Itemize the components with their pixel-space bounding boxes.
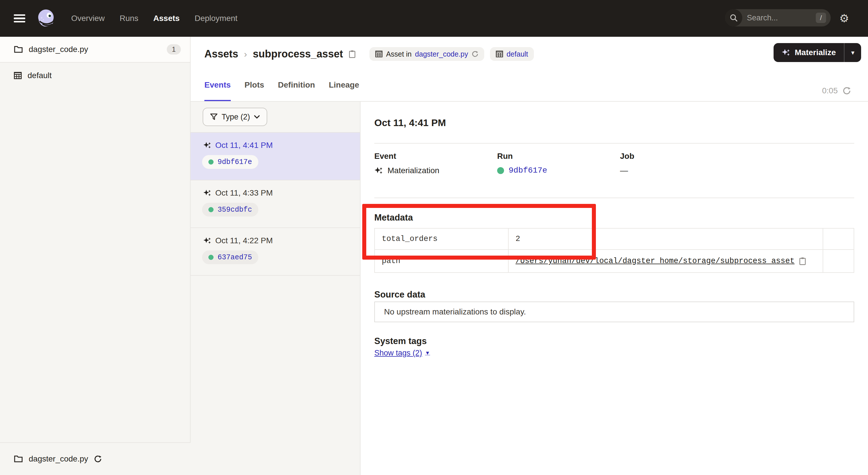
divider [374, 198, 854, 198]
show-tags-toggle[interactable]: Show tags (2) ▼ [374, 349, 430, 358]
metadata-expand-cell [823, 228, 854, 249]
type-filter-label: Type (2) [222, 113, 250, 121]
run-id-pill[interactable]: 9dbf617e [202, 155, 258, 169]
run-id: 359cdbfc [218, 206, 252, 214]
metadata-row-path: path /Users/yuhan/dev/local/dagster_home… [375, 249, 854, 272]
sidebar-item-code-location[interactable]: dagster_code.py 1 [0, 37, 190, 63]
grid-icon [496, 50, 503, 58]
group-link[interactable]: default [507, 50, 528, 58]
asset-count-badge: 1 [167, 44, 181, 55]
run-value: 9dbf617e [497, 166, 547, 175]
footer-code-location-label: dagster_code.py [29, 454, 88, 464]
search-placeholder: Search... [747, 13, 816, 22]
metadata-row-total-orders: total_orders 2 [375, 228, 854, 249]
materialization-sparkle-icon [203, 189, 211, 197]
source-data-empty-box: No upstream materializations to display. [374, 301, 854, 322]
filter-funnel-icon [210, 113, 218, 120]
type-filter-button[interactable]: Type (2) [203, 108, 267, 126]
code-location-label: dagster_code.py [29, 45, 161, 54]
run-id: 637aed75 [218, 253, 252, 262]
event-type-value: Materialization [374, 166, 439, 175]
folder-icon [14, 46, 23, 53]
materialization-sparkle-icon [782, 48, 790, 57]
metadata-heading: Metadata [374, 212, 413, 223]
asset-location-tag[interactable]: Asset in dagster_code.py [369, 47, 484, 61]
events-list-panel: Type (2) Oct 11, 4:41 PM 9dbf617e Oct 11… [191, 102, 361, 475]
asset-group-tag[interactable]: default [490, 47, 534, 61]
tab-definition[interactable]: Definition [278, 81, 315, 102]
job-value: — [620, 166, 628, 175]
dagster-app-window: Overview Runs Assets Deployment Search..… [0, 0, 868, 475]
metadata-value: /Users/yuhan/dev/local/dagster_home/stor… [508, 249, 823, 272]
event-column-label: Event [374, 152, 396, 161]
tab-events[interactable]: Events [205, 81, 231, 102]
dagster-logo-icon[interactable] [36, 8, 56, 29]
run-id: 9dbf617e [218, 158, 252, 166]
search-input[interactable]: Search... / [725, 9, 831, 26]
timer-value: 0:05 [822, 86, 838, 95]
run-success-dot [208, 207, 214, 212]
metadata-key: total_orders [375, 228, 508, 249]
grid-icon [375, 50, 383, 58]
caret-down-icon: ▼ [425, 350, 430, 356]
nav-links: Overview Runs Assets Deployment [71, 0, 237, 37]
materialize-label: Materialize [795, 48, 836, 57]
event-time: Oct 11, 4:33 PM [215, 188, 273, 198]
materialization-sparkle-icon [203, 237, 211, 245]
materialization-sparkle-icon [374, 166, 383, 175]
run-success-dot [208, 255, 214, 260]
event-time: Oct 11, 4:41 PM [215, 141, 273, 150]
tab-lineage[interactable]: Lineage [329, 81, 359, 102]
event-detail-panel: Oct 11, 4:41 PM Event Run Job Materializ… [361, 102, 868, 475]
metadata-value: 2 [508, 228, 823, 249]
divider [374, 143, 854, 144]
reload-icon[interactable] [94, 455, 102, 463]
nav-item-overview[interactable]: Overview [71, 14, 105, 23]
breadcrumb: Assets › subprocess_asset Asset in dagst… [205, 47, 534, 61]
run-id-pill[interactable]: 359cdbfc [202, 203, 258, 216]
tab-plots[interactable]: Plots [245, 81, 264, 102]
hamburger-menu-icon[interactable] [14, 14, 25, 22]
gear-icon[interactable]: ⚙ [839, 12, 849, 25]
reload-icon[interactable] [472, 51, 478, 57]
chevron-down-icon [254, 115, 260, 119]
metadata-key: path [375, 249, 508, 272]
sidebar-footer-code-location[interactable]: dagster_code.py [0, 442, 191, 475]
copy-path-icon[interactable] [799, 257, 806, 265]
nav-item-deployment[interactable]: Deployment [195, 14, 237, 23]
folder-icon [14, 455, 23, 463]
run-id-pill[interactable]: 637aed75 [202, 250, 258, 264]
copy-asset-name-icon[interactable] [349, 50, 355, 58]
refresh-icon[interactable] [842, 86, 851, 95]
run-id-link[interactable]: 9dbf617e [508, 166, 547, 175]
asset-groups-sidebar: dagster_code.py 1 default dagster_code.p… [0, 37, 191, 475]
asset-page-header: Assets › subprocess_asset Asset in dagst… [191, 37, 868, 102]
events-filter-row: Type (2) [191, 102, 360, 133]
event-detail-title: Oct 11, 4:41 PM [374, 117, 446, 128]
event-list-item[interactable]: Oct 11, 4:22 PM 637aed75 [191, 228, 360, 276]
system-tags-heading: System tags [374, 336, 427, 346]
breadcrumb-assets-link[interactable]: Assets [205, 48, 238, 60]
breadcrumb-separator: › [244, 49, 247, 59]
materialize-button[interactable]: Materialize [774, 48, 844, 57]
nav-item-assets[interactable]: Assets [153, 14, 180, 23]
top-navbar: Overview Runs Assets Deployment Search..… [0, 0, 868, 37]
nav-item-runs[interactable]: Runs [120, 14, 138, 23]
auto-refresh-timer: 0:05 [822, 86, 851, 95]
code-location-link[interactable]: dagster_code.py [415, 50, 468, 58]
sidebar-item-default-group[interactable]: default [0, 63, 190, 88]
event-list-item[interactable]: Oct 11, 4:41 PM 9dbf617e [191, 133, 360, 180]
search-shortcut-badge: / [816, 12, 826, 23]
run-column-label: Run [497, 152, 513, 161]
source-data-heading: Source data [374, 290, 425, 300]
materialize-split-button: Materialize ▾ [774, 43, 861, 62]
search-icon [725, 9, 742, 26]
path-link[interactable]: /Users/yuhan/dev/local/dagster_home/stor… [516, 257, 795, 265]
group-label: default [28, 71, 181, 80]
materialize-dropdown-caret[interactable]: ▾ [844, 49, 861, 56]
event-time: Oct 11, 4:22 PM [215, 236, 273, 245]
page-title: subprocess_asset [253, 48, 343, 60]
event-list-item[interactable]: Oct 11, 4:33 PM 359cdbfc [191, 180, 360, 228]
metadata-expand-cell [823, 249, 854, 272]
asset-tabs: Events Plots Definition Lineage [205, 81, 359, 102]
